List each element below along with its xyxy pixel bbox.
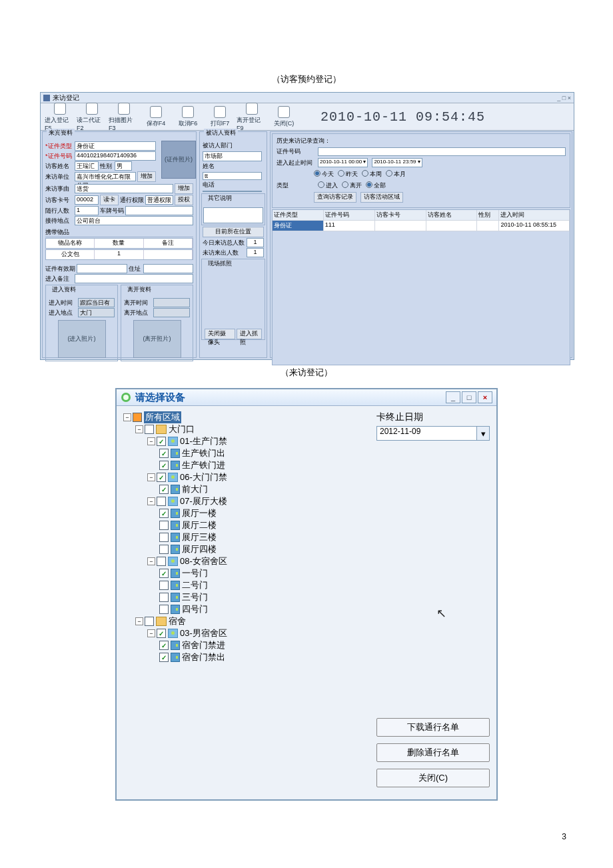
chevron-down-icon[interactable]: ▾ (477, 426, 490, 441)
door-checkbox[interactable] (159, 509, 169, 518)
unit-combo[interactable]: 嘉兴市维化化工有限公司 (75, 172, 136, 181)
enternote-input[interactable] (75, 274, 193, 283)
dev01-label[interactable]: 01-生产门禁 (180, 435, 227, 447)
dev03-checkbox[interactable] (157, 629, 166, 638)
history-row[interactable]: 身份证 111 2010-10-11 08:55:15 (273, 221, 570, 231)
expander-icon[interactable]: − (123, 413, 131, 421)
r-month[interactable]: 本月 (386, 169, 406, 179)
door-label[interactable]: 生产铁门进 (182, 459, 225, 471)
r-today[interactable]: 今天 (314, 169, 334, 179)
r-all[interactable]: 全部 (366, 181, 386, 190)
other-note-input[interactable] (203, 207, 263, 223)
gate-checkbox[interactable] (145, 425, 154, 434)
door-label[interactable]: 生产铁门出 (182, 447, 225, 459)
grant-button[interactable]: 授权 (175, 195, 193, 205)
enter-point-combo[interactable]: 大门 (78, 308, 115, 317)
card-end-date-combo[interactable]: 2012-11-09 ▾ (376, 426, 490, 441)
door-label[interactable]: 展厅四楼 (182, 543, 217, 555)
expander-icon[interactable]: − (147, 557, 155, 565)
expander-icon[interactable]: − (147, 473, 155, 481)
door-label[interactable]: 前大门 (182, 483, 208, 495)
door-label[interactable]: 宿舍门禁进 (182, 639, 225, 651)
host-tel-input[interactable] (203, 191, 262, 192)
r-week[interactable]: 本周 (362, 169, 382, 179)
valid-input[interactable] (77, 264, 127, 273)
door-label[interactable]: 三号门 (182, 591, 208, 603)
dev06-label[interactable]: 06-大门门禁 (180, 471, 227, 483)
add-reason-button[interactable]: 增加 (175, 183, 193, 194)
gate-label[interactable]: 大门口 (169, 423, 195, 435)
door-label[interactable]: 展厅二楼 (182, 519, 217, 531)
reason-combo[interactable]: 送货 (75, 184, 173, 193)
id-num-input[interactable]: 440102198407140936 (75, 151, 156, 161)
host-dept-combo[interactable]: 市场部 (203, 151, 262, 161)
close-camera-button[interactable]: 关闭摄像头 (205, 329, 235, 339)
minimize-button[interactable]: _ (446, 391, 460, 403)
door-label[interactable]: 展厅一楼 (182, 507, 217, 519)
card-end-date-value[interactable]: 2012-11-09 (376, 426, 477, 441)
dormarea-checkbox[interactable] (145, 617, 154, 626)
time-to-picker[interactable]: 2010-10-11 23:59 ▾ (372, 158, 422, 167)
door-label[interactable]: 宿舍门禁出 (182, 651, 225, 663)
delete-list-button[interactable]: 删除通行名单 (376, 743, 490, 762)
root-label[interactable]: 所有区域 (144, 411, 181, 423)
r-yesterday[interactable]: 昨天 (338, 169, 358, 179)
door-checkbox[interactable] (159, 653, 169, 662)
dev08-label[interactable]: 08-女宿舍区 (180, 555, 227, 567)
root-checkbox[interactable] (133, 413, 142, 422)
door-label[interactable]: 二号门 (182, 579, 208, 591)
door-checkbox[interactable] (159, 581, 169, 590)
expander-icon[interactable]: − (135, 425, 143, 433)
tb-enter[interactable]: 进入登记F5 (45, 103, 75, 131)
expander-icon[interactable]: − (147, 497, 155, 505)
expander-icon[interactable]: − (147, 437, 155, 445)
door-checkbox[interactable] (159, 605, 169, 614)
sex-combo[interactable]: 男 (115, 161, 132, 171)
take-shot-button[interactable]: 进入抓照 (237, 329, 262, 339)
name-input[interactable]: 王瑞汇 (75, 161, 99, 171)
dormarea-label[interactable]: 宿舍 (169, 615, 186, 627)
plate-input[interactable] (125, 206, 193, 215)
follow-input[interactable]: 1 (75, 206, 99, 215)
query-history-button[interactable]: 查询访客记录 (314, 192, 356, 203)
door-checkbox[interactable] (159, 569, 169, 578)
dev01-checkbox[interactable] (157, 437, 166, 446)
door-checkbox[interactable] (159, 593, 169, 602)
enter-time-combo[interactable]: 跟踪当日有效 (78, 298, 115, 307)
dlg-close-button[interactable]: 关闭(C) (376, 769, 490, 787)
dev07-checkbox[interactable] (157, 497, 166, 506)
door-label[interactable]: 四号门 (182, 603, 208, 615)
tb-save[interactable]: 保存F4 (141, 106, 171, 128)
tb-scan[interactable]: 扫描图片F3 (109, 103, 139, 131)
dev07-label[interactable]: 07-展厅大楼 (180, 495, 227, 507)
window-controls[interactable]: _ □ × (557, 95, 571, 101)
expander-icon[interactable]: − (147, 629, 155, 637)
door-checkbox[interactable] (159, 485, 169, 494)
tb-print[interactable]: 打印F7 (205, 106, 235, 128)
recv-input[interactable]: 公司前台 (75, 216, 193, 225)
door-checkbox[interactable] (159, 641, 169, 650)
items-data-row[interactable]: 公文包1 (45, 249, 193, 260)
dev08-checkbox[interactable] (157, 557, 166, 566)
time-from-picker[interactable]: 2010-10-11 00:00 ▾ (318, 158, 368, 167)
tb-leave[interactable]: 离开登记F9 (237, 103, 267, 131)
door-checkbox[interactable] (159, 449, 169, 458)
door-checkbox[interactable] (159, 521, 169, 530)
host-name-combo[interactable]: tt (203, 172, 262, 180)
cur-pos-button[interactable]: 目前所在位置 (203, 227, 264, 237)
id-type-combo[interactable]: 身份证 (75, 141, 156, 151)
card-input[interactable]: 00002 (75, 195, 99, 205)
addr-input[interactable] (143, 264, 194, 273)
tb-close[interactable]: 关闭(C) (269, 106, 299, 128)
door-checkbox[interactable] (159, 545, 169, 554)
leave-time-combo[interactable] (153, 298, 190, 307)
r-enter[interactable]: 进入 (318, 181, 338, 190)
door-label[interactable]: 一号门 (182, 567, 208, 579)
download-list-button[interactable]: 下载通行名单 (376, 718, 490, 737)
dev03-label[interactable]: 03-男宿舍区 (180, 627, 227, 639)
read-card-button[interactable]: 读卡 (100, 195, 119, 205)
dev06-checkbox[interactable] (157, 473, 166, 482)
visitor-area-button[interactable]: 访客活动区域 (360, 192, 403, 203)
search-id-input[interactable] (318, 147, 566, 156)
expander-icon[interactable]: − (135, 617, 143, 625)
